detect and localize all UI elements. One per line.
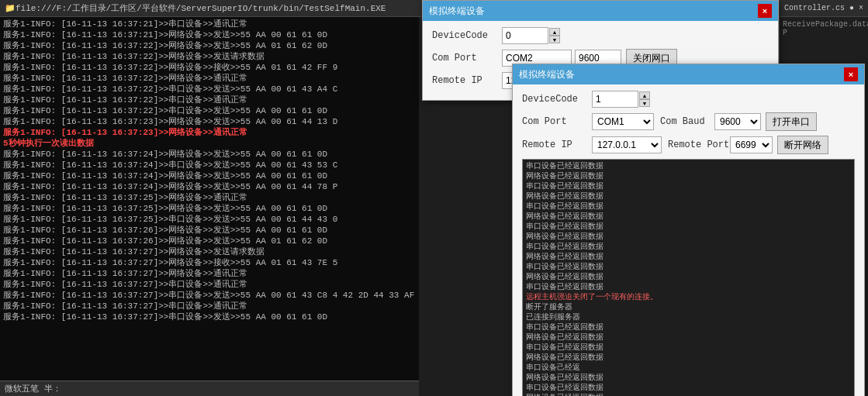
dialog2-combaud-select[interactable]: 9600 115200 — [714, 113, 761, 130]
console-line: 服务1-INFO: [16-11-13 16:37:21]>>串口设备>>通讯正… — [3, 19, 416, 29]
dialog2-remoteip-row: Remote IP 127.0.0.1 Remote Port 6699 断开网… — [522, 136, 855, 154]
log-line: 串口设备已经返回数据 — [526, 322, 851, 332]
dialog2-log-area: 串口设备已经返回数据网络设备已经返回数据串口设备已经返回数据网络设备已经返回数据… — [522, 159, 855, 396]
console-line: 服务1-INFO: [16-11-13 16:37:23]>>网络设备>>通讯正… — [3, 127, 416, 138]
log-line: 网络设备已经返回数据 — [526, 232, 851, 242]
log-line: 串口设备已经返回数据 — [526, 201, 851, 212]
dialog1-spinner-down[interactable]: ▼ — [549, 36, 560, 43]
log-line: 串口设备已经返回数据 — [526, 181, 851, 191]
dialog2-devicecode-row: DeviceCode ▲ ▼ — [522, 91, 855, 108]
right-panel-tab[interactable]: Controller.cs ● × — [780, 0, 868, 17]
dialog2-terminal: 模拟终端设备 × DeviceCode ▲ ▼ Com Port COM1 CO… — [512, 64, 865, 396]
dialog1-title: 模拟终端设备 — [429, 5, 485, 18]
console-line: 服务1-INFO: [16-11-13 16:37:22]>>串口设备>>通讯正… — [3, 95, 416, 105]
log-line: 网络设备已经返回数据 — [526, 252, 851, 262]
log-line: 串口设备已经返回数据 — [526, 282, 851, 292]
dialog1-devicecode-input[interactable] — [502, 27, 548, 44]
log-line: 串口设备己经返 — [526, 363, 851, 373]
console-line: 服务1-INFO: [16-11-13 16:37:22]>>网络设备>>接收>… — [3, 62, 416, 73]
dialog2-spinner-down[interactable]: ▼ — [639, 99, 650, 107]
dialog2-devicecode-spinner: ▲ ▼ — [639, 91, 650, 107]
log-line: 断开了服务器 — [526, 302, 851, 312]
console-line: 服务1-INFO: [16-11-13 16:37:27]>>网络设备>>接收>… — [3, 257, 416, 268]
right-panel-tab-label: Controller.cs ● × — [784, 4, 863, 12]
log-line: 串口设备已经返回数据 — [526, 161, 851, 171]
dialog2-titlebar: 模拟终端设备 × — [513, 64, 864, 84]
console-line: 5秒钟执行一次读出数据 — [3, 138, 416, 149]
log-line: 串口设备已经返回数据 — [526, 222, 851, 232]
console-line: 服务1-INFO: [16-11-13 16:37:22]>>串口设备>>发送>… — [3, 105, 416, 116]
dialog1-close-button[interactable]: × — [758, 4, 772, 18]
console-line: 服务1-INFO: [16-11-13 16:37:24]>>网络设备>>发送>… — [3, 149, 416, 160]
console-line: 服务1-INFO: [16-11-13 16:37:27]>>串口设备>>通讯正… — [3, 301, 416, 312]
status-bar: 微软五笔 半： — [0, 381, 419, 396]
console-area: 服务1-INFO: [16-11-13 16:37:21]>>串口设备>>通讯正… — [0, 17, 419, 396]
log-line: 网络设备已经返回数据 — [526, 373, 851, 383]
console-line: 服务1-INFO: [16-11-13 16:37:25]>>串口设备>>发送>… — [3, 214, 416, 225]
log-line: 网络设备已经返回数据 — [526, 353, 851, 363]
dialog2-remoteip-select[interactable]: 127.0.0.1 — [592, 136, 662, 153]
log-line: 网络设备已经返回数据 — [526, 393, 851, 396]
dialog1-devicecode-label: DeviceCode — [432, 30, 502, 41]
log-line: 串口设备已经返回数据 — [526, 383, 851, 393]
console-line: 服务1-INFO: [16-11-13 16:37:26]>>网络设备>>发送>… — [3, 236, 416, 246]
dialog2-comport-row: Com Port COM1 COM2 COM3 Com Baud 9600 11… — [522, 112, 855, 131]
status-text: 微软五笔 半： — [5, 383, 61, 394]
log-line: 网络设备已经返回数据 — [526, 332, 851, 343]
console-line: 服务1-INFO: [16-11-13 16:37:24]>>网络设备>>发送>… — [3, 181, 416, 192]
console-line: 服务1-INFO: [16-11-13 16:37:22]>>串口设备>>发送>… — [3, 84, 416, 95]
log-line: 已连接到服务器 — [526, 312, 851, 322]
dialog2-close-network-button[interactable]: 断开网络 — [777, 136, 828, 154]
console-line: 服务1-INFO: [16-11-13 16:37:27]>>网络设备>>发送请… — [3, 246, 416, 257]
dialog2-remoteport-label: Remote Port — [668, 139, 730, 150]
dialog2-spinner-up[interactable]: ▲ — [639, 91, 650, 99]
dialog2-combaud-label: Com Baud — [660, 116, 714, 127]
log-line: 串口设备已经返回数据 — [526, 262, 851, 272]
dialog1-comport-label: Com Port — [432, 53, 502, 64]
log-line: 网络设备已经返回数据 — [526, 191, 851, 201]
title-icon: 📁 — [5, 3, 16, 13]
right-panel-content: ReceivePackage.data P — [780, 17, 868, 40]
dialog2-title: 模拟终端设备 — [519, 68, 575, 81]
log-line: 网络设备已经返回数据 — [526, 212, 851, 222]
dialog2-remoteip-label: Remote IP — [522, 139, 592, 150]
main-title: file:///F:/工作目录/工作区/平台软件/ServerSuperIO/t… — [16, 2, 386, 14]
console-line: 服务1-INFO: [16-11-13 16:37:22]>>网络设备>>通讯正… — [3, 73, 416, 84]
console-line: 服务1-INFO: [16-11-13 16:37:27]>>串口设备>>发送>… — [3, 290, 416, 301]
dialog2-comport-label: Com Port — [522, 116, 592, 127]
dialog1-spinner-up[interactable]: ▲ — [549, 28, 560, 36]
dialog2-content: DeviceCode ▲ ▼ Com Port COM1 COM2 COM3 C… — [513, 84, 864, 396]
console-line: 服务1-INFO: [16-11-13 16:37:27]>>串口设备>>发送>… — [3, 312, 416, 322]
dialog2-open-com-button[interactable]: 打开串口 — [766, 112, 817, 131]
dialog1-devicecode-spinner: ▲ ▼ — [549, 28, 560, 43]
console-line: 服务1-INFO: [16-11-13 16:37:27]>>串口设备>>通讯正… — [3, 279, 416, 290]
log-line: 串口设备已经返回数据 — [526, 242, 851, 252]
console-line: 服务1-INFO: [16-11-13 16:37:24]>>串口设备>>发送>… — [3, 160, 416, 170]
console-line: 服务1-INFO: [16-11-13 16:37:25]>>网络设备>>发送>… — [3, 203, 416, 214]
log-line: 串口设备已经返回数据 — [526, 343, 851, 353]
dialog1-titlebar: 模拟终端设备 × — [423, 1, 778, 21]
dialog2-devicecode-label: DeviceCode — [522, 94, 592, 105]
dialog2-close-button[interactable]: × — [844, 67, 858, 81]
log-line: 远程主机强迫关闭了一个现有的连接。 — [526, 292, 851, 302]
log-line: 网络设备已经返回数据 — [526, 171, 851, 181]
log-line: 网络设备已经返回数据 — [526, 272, 851, 282]
dialog2-comport-select[interactable]: COM1 COM2 COM3 — [592, 113, 654, 130]
console-line: 服务1-INFO: [16-11-13 16:37:22]>>网络设备>>发送请… — [3, 51, 416, 62]
console-line: 服务1-INFO: [16-11-13 16:37:25]>>网络设备>>通讯正… — [3, 192, 416, 203]
console-line: 服务1-INFO: [16-11-13 16:37:24]>>网络设备>>发送>… — [3, 170, 416, 181]
dialog1-remoteip-label: Remote IP — [432, 75, 502, 86]
console-line: 服务1-INFO: [16-11-13 16:37:27]>>网络设备>>通讯正… — [3, 268, 416, 279]
console-line: 服务1-INFO: [16-11-13 16:37:21]>>网络设备>>发送>… — [3, 29, 416, 40]
console-line: 服务1-INFO: [16-11-13 16:37:26]>>网络设备>>发送>… — [3, 225, 416, 236]
dialog2-remoteport-select[interactable]: 6699 — [730, 136, 773, 153]
right-panel-code-text: ReceivePackage.data P — [783, 20, 868, 37]
console-line: 服务1-INFO: [16-11-13 16:37:22]>>网络设备>>发送>… — [3, 40, 416, 51]
console-line: 服务1-INFO: [16-11-13 16:37:23]>>网络设备>>发送>… — [3, 116, 416, 127]
dialog2-devicecode-input[interactable] — [592, 91, 638, 108]
dialog1-devicecode-row: DeviceCode ▲ ▼ — [432, 27, 769, 44]
